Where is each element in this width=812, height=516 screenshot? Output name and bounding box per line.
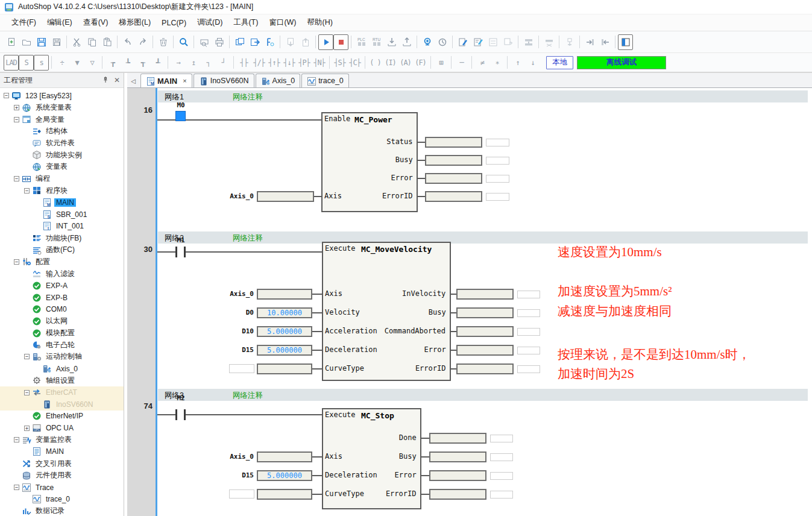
contact-selected-cursor[interactable] [175,111,186,121]
st-view-button[interactable]: s [34,55,49,71]
output-value-box[interactable] [425,173,482,184]
contact-no-bar[interactable] [184,247,186,257]
tree-item--[interactable]: 元件使用表 [0,470,124,482]
monitor-button[interactable] [420,34,435,50]
output-monitor-box[interactable] [486,193,509,201]
tree-item-exp-a[interactable]: EXP-A [0,280,124,292]
copy-button[interactable] [84,34,99,50]
tree-item-com0[interactable]: COM0 [0,303,124,315]
tree-item--[interactable]: −配置 [0,256,124,268]
write-mode-button[interactable] [455,34,470,50]
tree-item-trace[interactable]: −Trace [0,482,124,494]
tree-expand-toggle[interactable]: − [24,188,30,194]
tab-main[interactable]: MMAIN× [140,74,192,87]
print-button[interactable] [212,34,227,50]
export-button[interactable] [247,34,262,50]
output-monitor-box[interactable] [490,435,513,442]
plc-mode-button[interactable]: PLC [354,34,369,50]
tree-expand-toggle[interactable]: + [14,105,19,110]
output-monitor-box[interactable] [490,491,513,499]
new-file-button[interactable] [4,34,19,50]
contact-nc-button[interactable]: ┤/├ [251,55,266,71]
corner-tool2-button[interactable]: ┘ [216,55,231,71]
output-value-box[interactable] [429,470,486,481]
tree-item-main[interactable]: MAIN [0,446,124,458]
output-value-box[interactable] [456,289,514,300]
tree-item-int-001[interactable]: IINT_001 [0,221,124,233]
input-value-box[interactable]: 5.000000 [257,326,312,337]
output-monitor-box[interactable] [486,139,509,146]
hline-tool-button[interactable]: → [171,55,186,71]
menu-help[interactable]: 帮助(H) [302,15,338,30]
output-monitor-box[interactable] [490,472,513,480]
rtu-mode-button[interactable]: RTU [369,34,384,50]
delete-button[interactable] [156,34,171,50]
tree-item-ethercat[interactable]: −EtherCAT [0,386,124,398]
line-del-button[interactable]: ≠ [474,55,489,71]
toggle-project-panel-button[interactable] [618,34,633,50]
sfc-view-button[interactable]: S [19,55,34,71]
undo-button[interactable] [120,34,135,50]
output-value-box[interactable] [456,345,514,356]
tree-expand-toggle[interactable]: − [24,354,30,359]
output-value-box[interactable] [425,137,482,148]
insert-network-above-button[interactable]: ▼ [69,55,84,71]
input-value-box[interactable] [257,363,312,374]
output-monitor-box[interactable] [517,328,540,336]
tree-expand-toggle[interactable]: − [14,176,19,181]
contact-no-button[interactable]: ┤├ [236,55,251,71]
operand-empty-box[interactable] [229,489,254,499]
tree-item-trace-0[interactable]: trace_0 [0,493,124,505]
convert-clear-button[interactable] [500,34,515,50]
coil-out-button[interactable]: ( ) [368,55,383,71]
tree-item--fb-[interactable]: 功能块(FB) [0,232,124,244]
menu-plc[interactable]: PLC(P) [156,16,192,30]
tree-item--[interactable]: 交叉引用表 [0,458,124,470]
output-value-box[interactable] [425,191,482,202]
tree-item-main[interactable]: MMAIN [0,197,124,209]
output-monitor-box[interactable] [486,157,509,165]
tab-close-icon[interactable]: × [183,77,186,84]
redo-button[interactable] [135,34,150,50]
oscilloscope-button[interactable] [435,34,450,50]
menu-tools[interactable]: 工具(T) [228,15,263,30]
network-comment[interactable]: 网络注释 [233,233,263,244]
input-value-box[interactable] [257,289,312,300]
coil-f-button[interactable]: (F) [413,55,428,71]
network-header-2[interactable]: 网络2网络注释 [158,231,808,244]
tree-expand-toggle[interactable]: − [14,259,19,265]
window-cascade-button[interactable] [232,34,247,50]
output-monitor-box[interactable] [517,309,540,317]
lad-view-button[interactable]: LAD [4,55,19,71]
network-comment[interactable]: 网络注释 [233,391,263,401]
contact-fall-button[interactable]: ┤↓├ [282,55,297,71]
move-down-button[interactable]: ↓ [525,55,540,71]
download-file-button[interactable] [283,34,298,50]
output-value-box[interactable] [456,307,514,318]
tree-expand-toggle[interactable]: − [14,485,19,490]
output-monitor-box[interactable] [486,175,509,183]
run-button[interactable] [318,34,333,50]
tab-scroll-left-icon[interactable]: ◁ [128,75,138,86]
tree-expand-toggle[interactable]: + [24,426,30,431]
tree-item--[interactable]: −运动控制轴 [0,351,124,363]
menu-window[interactable]: 窗口(W) [263,15,301,30]
convert-button[interactable] [485,34,500,50]
usb-connect-button[interactable] [562,34,577,50]
tree-item--[interactable]: 输入滤波 [0,268,124,280]
coil-inv-button[interactable]: (I) [383,55,398,71]
stop-button[interactable] [333,34,348,50]
insert-network-below-button[interactable]: ▽ [84,55,99,71]
hline-draw-button[interactable]: ─ [454,55,469,71]
save-all-button[interactable] [49,34,64,50]
menu-view[interactable]: 查看(V) [78,15,114,30]
contact-no-bar[interactable] [184,409,186,420]
tree-expand-toggle[interactable]: − [4,93,9,98]
tree-item--[interactable]: +系统变量表 [0,102,124,114]
input-value-box[interactable]: 5.000000 [257,470,312,481]
output-value-box[interactable] [456,326,514,337]
tab-axis_0[interactable]: Axis_0 [256,74,301,87]
tree-item-axis-0[interactable]: Axis_0 [0,363,124,375]
paste-button[interactable] [99,34,115,50]
jump-out-button[interactable] [597,34,612,50]
